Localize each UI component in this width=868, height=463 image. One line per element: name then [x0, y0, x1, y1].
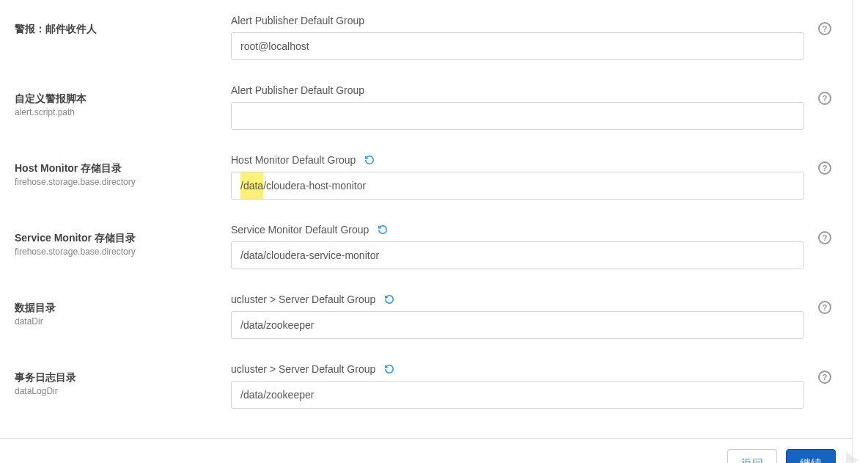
alert-mail-input[interactable]	[231, 32, 804, 60]
field-label: 数据目录	[15, 301, 231, 316]
footer-bar: 返回 继续 @51CTO博客	[0, 438, 852, 463]
data-dir-input[interactable]	[231, 311, 804, 339]
back-button[interactable]: 返回	[727, 449, 777, 463]
field-label: 事务日志目录	[15, 371, 231, 385]
field-sublabel: alert.script.path	[15, 107, 231, 117]
alert-script-input[interactable]	[231, 102, 804, 130]
field-sublabel: firehose.storage.base.directory	[15, 247, 231, 257]
field-row-alert-mail: 警报：邮件收件人 Alert Publisher Default Group ?	[15, 15, 852, 60]
help-icon[interactable]: ?	[818, 301, 831, 314]
field-row-alert-script: 自定义警报脚本 alert.script.path Alert Publishe…	[15, 84, 852, 130]
group-header: Host Monitor Default Group	[231, 154, 804, 166]
field-label: 自定义警报脚本	[15, 92, 231, 106]
group-header: Service Monitor Default Group	[231, 224, 804, 236]
field-sublabel: dataDir	[15, 316, 231, 327]
help-icon[interactable]: ?	[818, 371, 831, 384]
field-label: Host Monitor 存储目录	[15, 161, 231, 176]
group-header: ucluster > Server Default Group	[231, 363, 804, 375]
datalog-dir-input[interactable]	[231, 381, 804, 409]
field-row-data-dir: 数据目录 dataDir ucluster > Server Default G…	[15, 294, 852, 339]
help-icon[interactable]: ?	[818, 22, 831, 35]
field-sublabel: dataLogDir	[15, 386, 231, 396]
field-sublabel: firehose.storage.base.directory	[15, 177, 231, 187]
revert-icon[interactable]	[364, 155, 375, 165]
play-overlay-icon	[846, 452, 858, 463]
help-icon[interactable]: ?	[818, 161, 831, 175]
help-icon[interactable]: ?	[818, 92, 831, 105]
group-header: ucluster > Server Default Group	[231, 294, 804, 305]
highlighted-text: /data	[240, 172, 263, 199]
field-row-host-monitor-dir: Host Monitor 存储目录 firehose.storage.base.…	[15, 154, 852, 200]
revert-icon[interactable]	[384, 294, 394, 305]
group-header: Alert Publisher Default Group	[231, 84, 804, 96]
revert-icon[interactable]	[384, 364, 394, 374]
service-monitor-dir-input[interactable]	[231, 241, 804, 269]
revert-icon[interactable]	[378, 225, 388, 235]
field-row-service-monitor-dir: Service Monitor 存储目录 firehose.storage.ba…	[15, 224, 852, 269]
group-header: Alert Publisher Default Group	[231, 15, 804, 26]
help-icon[interactable]: ?	[818, 231, 831, 244]
field-label: 警报：邮件收件人	[15, 22, 231, 37]
continue-button[interactable]: 继续	[786, 449, 836, 463]
field-row-datalog-dir: 事务日志目录 dataLogDir ucluster > Server Defa…	[15, 363, 852, 409]
field-label: Service Monitor 存储目录	[15, 231, 231, 246]
host-monitor-dir-input[interactable]: /data/cloudera-host-monitor	[231, 172, 804, 200]
